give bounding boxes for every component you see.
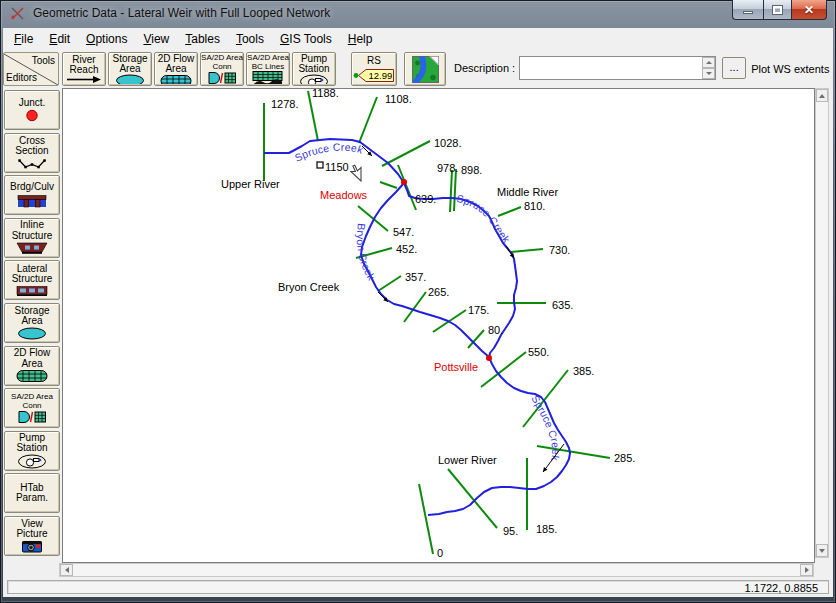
scroll-up-icon[interactable] [816, 89, 828, 102]
station-label: 547. [393, 226, 414, 238]
menu-tables[interactable]: Tables [177, 29, 228, 49]
menu-view[interactable]: View [135, 29, 177, 49]
window: Geometric Data - Lateral Weir with Full … [0, 0, 836, 603]
cross-section-tick[interactable] [419, 484, 433, 554]
minimize-icon [743, 11, 753, 14]
map-label: Middle River [497, 186, 558, 198]
junction-button[interactable]: Junct. [4, 90, 60, 130]
station-label: 80. [488, 324, 503, 336]
schematic-canvas[interactable]: Spruce CreekBryon CreekSpruce CreekSpruc… [62, 88, 815, 563]
station-label: 95. [503, 525, 518, 537]
cross-section-button[interactable]: CrossSection [4, 133, 60, 173]
station-label: 175. [468, 304, 489, 316]
tools-label: Tools [32, 55, 55, 66]
cross-section-tick[interactable] [382, 141, 430, 166]
cross-section-tick[interactable] [511, 249, 543, 252]
menu-file[interactable]: File [6, 29, 41, 49]
lateral-structure-button[interactable]: LateralStructure [4, 260, 60, 300]
close-icon: ✕ [804, 3, 814, 17]
junction-dot[interactable] [401, 179, 407, 185]
sa2d-area-bc-lines-button[interactable]: SA/2D AreaBC Lines [246, 52, 290, 86]
network-svg: Spruce CreekBryon CreekSpruce CreekSpruc… [63, 89, 814, 562]
cross-section-tick[interactable] [380, 182, 397, 188]
station-label: 810. [524, 200, 545, 212]
lateral-structure-marker-square[interactable] [317, 162, 323, 168]
map-label: Meadows [320, 189, 368, 201]
cross-section-tick[interactable] [448, 469, 497, 528]
menu-bar: FileEditOptionsViewTablesToolsGIS ToolsH… [3, 28, 833, 50]
cross-section-tick[interactable] [359, 97, 377, 143]
plot-ws-extents-label[interactable]: Plot WS extents [751, 63, 829, 75]
map-label: Pottsville [434, 361, 478, 373]
map-label: Bryon Creek [278, 281, 340, 293]
scroll-down-icon[interactable] [816, 544, 828, 557]
htab-param-button[interactable]: HTabParam. [4, 473, 60, 513]
station-label: 0 [437, 547, 443, 559]
close-button[interactable]: ✕ [792, 0, 827, 20]
scroll-left-icon[interactable] [60, 564, 73, 576]
sa2d-area-conn-side-button[interactable]: SA/2D AreaConn [4, 388, 60, 428]
map-label: Lower River [438, 454, 497, 466]
cross-section-tick[interactable] [454, 169, 456, 211]
junction-dot[interactable] [486, 355, 492, 361]
2d-flow-area-side-button[interactable]: 2D FlowArea [4, 346, 60, 386]
map-label: 1150 [325, 161, 349, 173]
pump-station-side-button[interactable]: PumpStation [4, 431, 60, 471]
station-label: 285. [614, 452, 635, 464]
menu-options[interactable]: Options [78, 29, 135, 49]
vertical-scrollbar[interactable] [815, 88, 829, 558]
station-label: 185. [536, 523, 557, 535]
menu-gis-tools[interactable]: GIS Tools [272, 29, 340, 49]
editor-sidebar: Junct.CrossSectionBrdg/CulvInlineStructu… [3, 90, 61, 563]
station-label: 635. [552, 299, 573, 311]
menu-help[interactable]: Help [340, 29, 381, 49]
river-reach-button[interactable]: RiverReach [62, 52, 106, 86]
flow-arrow-head [543, 467, 547, 472]
cross-section-tick[interactable] [378, 276, 401, 291]
river-bryon-creek[interactable] [361, 183, 489, 357]
maximize-button[interactable] [763, 0, 792, 20]
description-expand-button[interactable]: ... [722, 57, 746, 79]
station-label: 550. [528, 346, 549, 358]
station-label: 1188. [312, 89, 339, 99]
2d-flow-area-button[interactable]: 2D FlowArea [154, 52, 198, 86]
station-label: 898. [461, 164, 482, 176]
station-label: 1108. [385, 93, 412, 105]
svg-text:12.99: 12.99 [369, 69, 393, 80]
sa2d-area-conn-button[interactable]: SA/2D AreaConn [200, 52, 244, 86]
description-spinner[interactable] [702, 57, 715, 79]
menu-edit[interactable]: Edit [41, 29, 78, 49]
editors-label: Editors [6, 72, 37, 83]
spinner-down-icon[interactable] [702, 68, 715, 79]
inline-structure-button[interactable]: InlineStructure [4, 218, 60, 258]
scroll-right-icon[interactable] [800, 564, 813, 576]
description-field-wrap [519, 56, 716, 80]
toolbar: Tools Editors RiverReachStorageArea2D Fl… [3, 50, 833, 88]
bridge-culvert-button[interactable]: Brdg/Culv [4, 175, 60, 215]
view-picture-button[interactable]: ViewPicture [4, 516, 60, 556]
station-label: 639. [415, 193, 436, 205]
rs-button[interactable]: RS12.99 [351, 52, 397, 86]
spinner-up-icon[interactable] [702, 57, 715, 68]
cross-section-tick[interactable] [498, 207, 521, 216]
storage-area-button[interactable]: StorageArea [108, 52, 152, 86]
cross-section-tick[interactable] [450, 170, 452, 212]
lateral-structure-pointer-icon[interactable] [351, 165, 361, 181]
minimize-button[interactable] [732, 0, 763, 20]
map-label: Upper River [221, 178, 280, 190]
title-bar: Geometric Data - Lateral Weir with Full … [0, 0, 836, 28]
tools-editors-header: Tools Editors [3, 52, 59, 86]
menu-tools[interactable]: Tools [228, 29, 272, 49]
storage-area-side-button[interactable]: StorageArea [4, 303, 60, 343]
gis-tools-button[interactable] [404, 52, 446, 86]
station-label: 978. [437, 162, 458, 174]
station-label: 1278. [271, 98, 299, 110]
horizontal-scrollbar[interactable] [59, 563, 814, 577]
station-label: 385. [573, 365, 594, 377]
description-input[interactable] [521, 58, 703, 78]
cross-section-tick[interactable] [537, 446, 610, 458]
station-label: 730. [549, 244, 570, 256]
pump-station-button[interactable]: PumpStation [292, 52, 336, 86]
app-icon [10, 6, 25, 21]
status-bar: 1.1722, 0.8855 [3, 578, 833, 597]
